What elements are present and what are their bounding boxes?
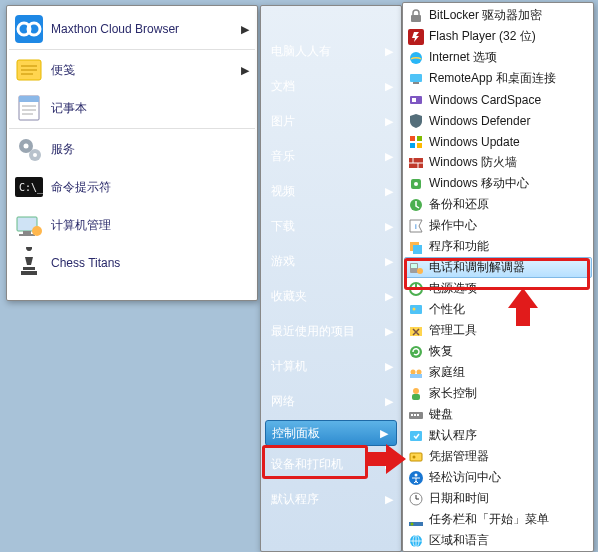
control-panel-item-flash[interactable]: Flash Player (32 位) xyxy=(404,26,592,47)
start-menu-item-4[interactable]: 视频▶ xyxy=(261,174,401,209)
control-panel-item-bitlocker[interactable]: BitLocker 驱动器加密 xyxy=(404,5,592,26)
cpl-label: 管理工具 xyxy=(429,322,477,339)
start-menu-item-11[interactable]: 控制面板▶ xyxy=(265,420,397,446)
control-panel-item-phone[interactable]: 电话和调制解调器 xyxy=(404,257,592,278)
cpl-label: Windows CardSpace xyxy=(429,93,541,107)
notepad-icon xyxy=(13,92,45,124)
control-panel-item-admintools[interactable]: 管理工具 xyxy=(404,320,592,341)
menu-label: 控制面板 xyxy=(272,425,320,442)
cardspace-icon xyxy=(408,92,424,108)
control-panel-item-taskbar[interactable]: 任务栏和「开始」菜单 xyxy=(404,509,592,530)
control-panel-item-winupdate[interactable]: Windows Update xyxy=(404,131,592,152)
control-panel-item-backup[interactable]: 备份和还原 xyxy=(404,194,592,215)
svg-point-70 xyxy=(411,522,414,525)
program-item-cmd[interactable]: C:\_命令提示符 xyxy=(7,168,257,206)
cpl-label: 备份和还原 xyxy=(429,196,489,213)
ie-icon xyxy=(408,50,424,66)
submenu-arrow-icon: ▶ xyxy=(385,493,393,506)
svg-rect-44 xyxy=(411,264,417,268)
svg-point-63 xyxy=(413,455,416,458)
control-panel-item-defender[interactable]: Windows Defender xyxy=(404,110,592,131)
svg-rect-19 xyxy=(23,231,31,234)
start-menu-item-10[interactable]: 网络▶ xyxy=(261,384,401,419)
control-panel-item-power[interactable]: 电源选项 xyxy=(404,278,592,299)
cpl-label: 家庭组 xyxy=(429,364,465,381)
start-menu-item-13[interactable]: 默认程序▶ xyxy=(261,482,401,517)
svg-point-52 xyxy=(411,369,416,374)
cpl-label: Windows Defender xyxy=(429,114,530,128)
control-panel-item-recovery[interactable]: 恢复 xyxy=(404,341,592,362)
control-panel-item-keyboard[interactable]: 键盘 xyxy=(404,404,592,425)
start-menu-item-8[interactable]: 最近使用的项目▶ xyxy=(261,314,401,349)
control-panel-item-region[interactable]: 区域和语言 xyxy=(404,530,592,551)
svg-point-13 xyxy=(24,144,29,149)
programs-menu-panel: Maxthon Cloud Browser▶便笺▶记事本服务C:\_命令提示符计… xyxy=(6,5,258,301)
taskbar-icon xyxy=(408,512,424,528)
control-panel-item-personalize[interactable]: 个性化 xyxy=(404,299,592,320)
homegroup-icon xyxy=(408,365,424,381)
menu-label: 音乐 xyxy=(271,148,295,165)
program-item-gears[interactable]: 服务 xyxy=(7,130,257,168)
cpl-label: 程序和功能 xyxy=(429,238,489,255)
submenu-arrow-icon: ▶ xyxy=(385,290,393,303)
submenu-arrow-icon: ▶ xyxy=(385,150,393,163)
submenu-arrow-icon: ▶ xyxy=(385,185,393,198)
start-menu-item-6[interactable]: 游戏▶ xyxy=(261,244,401,279)
ease-icon xyxy=(408,470,424,486)
control-panel-item-ease[interactable]: 轻松访问中心 xyxy=(404,467,592,488)
control-panel-item-credential[interactable]: 凭据管理器 xyxy=(404,446,592,467)
control-panel-item-ie[interactable]: Internet 选项 xyxy=(404,47,592,68)
control-panel-item-mobility[interactable]: Windows 移动中心 xyxy=(404,173,592,194)
start-menu-item-3[interactable]: 音乐▶ xyxy=(261,139,401,174)
control-panel-item-action[interactable]: i操作中心 xyxy=(404,215,592,236)
program-label: Maxthon Cloud Browser xyxy=(51,22,241,36)
svg-rect-28 xyxy=(412,98,416,102)
control-panel-item-parental[interactable]: 家长控制 xyxy=(404,383,592,404)
keyboard-icon xyxy=(408,407,424,423)
start-menu-item-2[interactable]: 图片▶ xyxy=(261,104,401,139)
start-menu-item-5[interactable]: 下载▶ xyxy=(261,209,401,244)
menu-label: 最近使用的项目 xyxy=(271,323,355,340)
control-panel-item-remote[interactable]: RemoteApp 和桌面连接 xyxy=(404,68,592,89)
program-item-notepad[interactable]: 记事本 xyxy=(7,89,257,127)
program-item-notes[interactable]: 便笺▶ xyxy=(7,51,257,89)
start-menu-item-1[interactable]: 文档▶ xyxy=(261,69,401,104)
svg-rect-61 xyxy=(410,431,422,441)
svg-point-53 xyxy=(417,369,422,374)
start-menu-item-0[interactable]: 电脑人人有▶ xyxy=(261,34,401,69)
parental-icon xyxy=(408,386,424,402)
cpl-label: 个性化 xyxy=(429,301,465,318)
chess-icon xyxy=(13,247,45,279)
cpl-label: Flash Player (32 位) xyxy=(429,28,536,45)
cpl-label: 恢复 xyxy=(429,343,453,360)
start-menu-item-12[interactable]: 设备和打印机▶ xyxy=(261,447,401,482)
control-panel-item-datetime[interactable]: 日期和时间 xyxy=(404,488,592,509)
cpl-label: 区域和语言 xyxy=(429,532,489,549)
control-panel-item-homegroup[interactable]: 家庭组 xyxy=(404,362,592,383)
svg-rect-29 xyxy=(410,136,415,141)
gears-icon xyxy=(13,133,45,165)
svg-rect-31 xyxy=(410,143,415,148)
backup-icon xyxy=(408,197,424,213)
control-panel-item-programs[interactable]: 程序和功能 xyxy=(404,236,592,257)
program-item-compmgmt[interactable]: 计算机管理 xyxy=(7,206,257,244)
winupdate-icon xyxy=(408,134,424,150)
cpl-label: 轻松访问中心 xyxy=(429,469,501,486)
control-panel-item-defaultprog[interactable]: 默认程序 xyxy=(404,425,592,446)
cpl-label: Windows 防火墙 xyxy=(429,154,517,171)
cpl-label: 凭据管理器 xyxy=(429,448,489,465)
cpl-label: 电话和调制解调器 xyxy=(429,259,525,276)
start-menu-item-7[interactable]: 收藏夹▶ xyxy=(261,279,401,314)
cpl-label: RemoteApp 和桌面连接 xyxy=(429,70,556,87)
submenu-arrow-icon: ▶ xyxy=(385,458,393,471)
program-item-chess[interactable]: Chess Titans xyxy=(7,244,257,282)
control-panel-item-cardspace[interactable]: Windows CardSpace xyxy=(404,89,592,110)
maxthon-icon xyxy=(13,13,45,45)
separator xyxy=(9,49,255,50)
program-item-maxthon[interactable]: Maxthon Cloud Browser▶ xyxy=(7,10,257,48)
cpl-label: Windows 移动中心 xyxy=(429,175,529,192)
control-panel-item-firewall[interactable]: Windows 防火墙 xyxy=(404,152,592,173)
submenu-arrow-icon: ▶ xyxy=(385,255,393,268)
start-menu-item-9[interactable]: 计算机▶ xyxy=(261,349,401,384)
svg-rect-26 xyxy=(413,82,419,84)
